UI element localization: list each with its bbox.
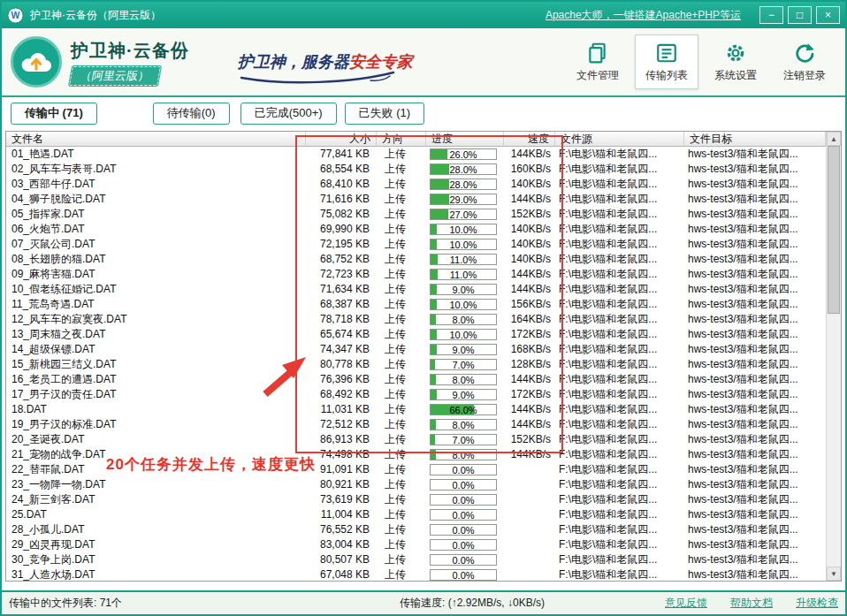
- progress-bar: 9.0%: [430, 284, 497, 295]
- cell-progress: 10.0%: [426, 297, 504, 312]
- cell-source: F:\电影\猫和老鼠四...: [555, 267, 684, 282]
- link-help[interactable]: 帮助文档: [730, 596, 773, 611]
- table-row[interactable]: 04_狮子脱险记.DAT 71,616 KB 上传 29.0% 144KB/s …: [6, 192, 826, 207]
- cell-progress: 11.0%: [426, 267, 504, 282]
- cell-speed: 164KB/s: [504, 312, 555, 327]
- nav-item-logout[interactable]: 注销登录: [773, 34, 836, 89]
- close-button[interactable]: ×: [816, 6, 840, 24]
- col-source[interactable]: 文件源: [555, 132, 684, 147]
- table-row[interactable]: 30_竞争上岗.DAT 80,507 KB 上传 0.0% F:\电影\猫和老鼠…: [6, 552, 826, 567]
- cell-speed: 128KB/s: [504, 357, 555, 372]
- table-row[interactable]: 03_西部牛仔.DAT 68,410 KB 上传 28.0% 140KB/s F…: [6, 177, 826, 192]
- cell-filename: 20_圣诞夜.DAT: [6, 432, 306, 447]
- cell-progress: 0.0%: [426, 477, 504, 492]
- cell-speed: [504, 492, 555, 507]
- table-row[interactable]: 25.DAT 11,004 KB 上传 0.0% F:\电影\猫和老鼠四... …: [6, 507, 826, 522]
- table-row[interactable]: 08_长翅膀的猫.DAT 68,752 KB 上传 11.0% 140KB/s …: [6, 252, 826, 267]
- progress-percent: 0.0%: [431, 465, 496, 475]
- table-row[interactable]: 07_灭鼠公司.DAT 72,195 KB 上传 10.0% 140KB/s F…: [6, 237, 826, 252]
- cell-filename: 14_超级保镖.DAT: [6, 342, 306, 357]
- scroll-down-button[interactable]: ▼: [827, 567, 841, 581]
- header: 护卫神·云备份 （阿里云版） 护卫神，服务器安全专家 文件管理: [2, 28, 845, 97]
- col-size[interactable]: 大小: [306, 132, 377, 147]
- table-row[interactable]: 11_荒岛奇遇.DAT 68,387 KB 上传 10.0% 156KB/s F…: [6, 297, 826, 312]
- table-row[interactable]: 10_假老练征婚记.DAT 71,634 KB 上传 9.0% 144KB/s …: [6, 282, 826, 297]
- table-row[interactable]: 19_男子汉的标准.DAT 72,512 KB 上传 8.0% 144KB/s …: [6, 417, 826, 432]
- cell-size: 74,347 KB: [306, 342, 377, 357]
- progress-bar: 10.0%: [430, 299, 497, 310]
- table-row[interactable]: 23_一物降一物.DAT 80,921 KB 上传 0.0% F:\电影\猫和老…: [6, 477, 826, 492]
- cell-source: F:\电影\猫和老鼠四...: [555, 162, 684, 177]
- cell-source: F:\电影\猫和老鼠四...: [555, 252, 684, 267]
- col-direction[interactable]: 方向: [377, 132, 426, 147]
- table-row[interactable]: 15_新桃园三结义.DAT 80,778 KB 上传 7.0% 128KB/s …: [6, 357, 826, 372]
- cell-target: hws-test3/猫和老鼠四...: [684, 477, 826, 492]
- link-feedback[interactable]: 意见反馈: [665, 596, 707, 611]
- table-row[interactable]: 22_替罪鼠.DAT 91,091 KB 上传 0.0% F:\电影\猫和老鼠四…: [6, 462, 826, 477]
- cell-speed: [504, 537, 555, 552]
- table-row[interactable]: 06_火炮节.DAT 69,990 KB 上传 10.0% 140KB/s F:…: [6, 222, 826, 237]
- titlebar-promo-link[interactable]: Apache大师，一键搭建Apache+PHP等运: [546, 8, 741, 23]
- cell-size: 11,031 KB: [306, 402, 377, 417]
- cell-filename: 15_新桃园三结义.DAT: [6, 357, 306, 372]
- tab-transferring[interactable]: 传输中 (71): [11, 103, 97, 125]
- cell-filename: 02_风车车与表哥.DAT: [6, 162, 306, 177]
- scroll-up-button[interactable]: ▲: [827, 132, 841, 146]
- col-filename[interactable]: 文件名: [6, 132, 306, 147]
- cell-filename: 16_老员工的遭遇.DAT: [6, 372, 306, 387]
- col-progress[interactable]: 进度: [426, 132, 504, 147]
- vertical-scrollbar[interactable]: ▲ ▼: [826, 132, 841, 581]
- table-row[interactable]: 13_周末猫之夜.DAT 65,674 KB 上传 10.0% 172KB/s …: [6, 327, 826, 342]
- cell-speed: 144KB/s: [504, 402, 555, 417]
- cell-direction: 上传: [377, 207, 426, 222]
- table-row[interactable]: 09_麻将害猫.DAT 72,723 KB 上传 11.0% 144KB/s F…: [6, 267, 826, 282]
- cell-source: F:\电影\猫和老鼠四...: [555, 357, 684, 372]
- table-row[interactable]: 17_男子汉的责任.DAT 68,492 KB 上传 9.0% 172KB/s …: [6, 387, 826, 402]
- tab-completed[interactable]: 已完成(500+): [240, 103, 337, 125]
- progress-percent: 0.0%: [431, 555, 496, 566]
- cell-target: hws-test3/猫和老鼠四...: [684, 357, 826, 372]
- progress-bar: 66.0%: [430, 404, 497, 415]
- cell-size: 74,498 KB: [306, 447, 377, 462]
- tab-pending[interactable]: 待传输(0): [153, 103, 230, 125]
- tab-failed[interactable]: 已失败 (1): [345, 103, 425, 125]
- table-row[interactable]: 31_人造水场.DAT 67,048 KB 上传 0.0% F:\电影\猫和老鼠…: [6, 567, 826, 581]
- minimize-button[interactable]: −: [759, 6, 783, 24]
- cell-source: F:\电影\猫和老鼠四...: [555, 207, 684, 222]
- cell-size: 68,387 KB: [306, 297, 377, 312]
- cell-target: hws-test3/猫和老鼠四...: [684, 312, 826, 327]
- maximize-button[interactable]: □: [788, 6, 812, 24]
- table-row[interactable]: 20_圣诞夜.DAT 86,913 KB 上传 7.0% 152KB/s F:\…: [6, 432, 826, 447]
- cell-size: 71,616 KB: [306, 192, 377, 207]
- nav-item-file-manager[interactable]: 文件管理: [566, 34, 630, 89]
- cell-speed: 144KB/s: [504, 147, 555, 162]
- table-row[interactable]: 18.DAT 11,031 KB 上传 66.0% 144KB/s F:\电影\…: [6, 402, 826, 417]
- table-row[interactable]: 29_凶灵再现.DAT 83,004 KB 上传 0.0% F:\电影\猫和老鼠…: [6, 537, 826, 552]
- cell-target: hws-test3/猫和老鼠四...: [684, 267, 826, 282]
- col-speed[interactable]: 速度: [504, 132, 555, 147]
- table-row[interactable]: 12_风车车的寂寞夜.DAT 78,718 KB 上传 8.0% 164KB/s…: [6, 312, 826, 327]
- table-row[interactable]: 05_指挥家.DAT 75,082 KB 上传 27.0% 152KB/s F:…: [6, 207, 826, 222]
- cell-source: F:\电影\猫和老鼠四...: [555, 282, 684, 297]
- table-row[interactable]: 16_老员工的遭遇.DAT 76,396 KB 上传 8.0% 144KB/s …: [6, 372, 826, 387]
- progress-bar: 29.0%: [430, 194, 497, 205]
- nav-item-transfer-list[interactable]: 传输列表: [635, 34, 698, 89]
- table-row[interactable]: 14_超级保镖.DAT 74,347 KB 上传 9.0% 168KB/s F:…: [6, 342, 826, 357]
- table-row[interactable]: 01_艳遇.DAT 77,841 KB 上传 26.0% 144KB/s F:\…: [6, 147, 826, 162]
- status-transfer-speed: 传输速度: (↑2.92MB/s, ↓0KB/s): [400, 596, 545, 611]
- table-row[interactable]: 02_风车车与表哥.DAT 68,554 KB 上传 28.0% 160KB/s…: [6, 162, 826, 177]
- col-target[interactable]: 文件目标: [684, 132, 826, 147]
- nav-item-settings[interactable]: 系统设置: [704, 34, 767, 89]
- table-row[interactable]: 21_宠物的战争.DAT 74,498 KB 上传 8.0% 144KB/s F…: [6, 447, 826, 462]
- scroll-thumb[interactable]: [828, 146, 840, 314]
- link-update-check[interactable]: 升级检查: [796, 596, 838, 611]
- table-row[interactable]: 28_小孤儿.DAT 76,552 KB 上传 0.0% F:\电影\猫和老鼠四…: [6, 522, 826, 537]
- cell-filename: 23_一物降一物.DAT: [6, 477, 306, 492]
- cell-source: F:\电影\猫和老鼠四...: [555, 537, 684, 552]
- cell-filename: 10_假老练征婚记.DAT: [6, 282, 306, 297]
- cell-progress: 28.0%: [426, 162, 504, 177]
- progress-percent: 8.0%: [431, 315, 496, 325]
- table-row[interactable]: 24_新三剑客.DAT 73,619 KB 上传 0.0% F:\电影\猫和老鼠…: [6, 492, 826, 507]
- main-nav: 文件管理 传输列表 系统设置: [566, 34, 836, 89]
- cell-filename: 09_麻将害猫.DAT: [6, 267, 306, 282]
